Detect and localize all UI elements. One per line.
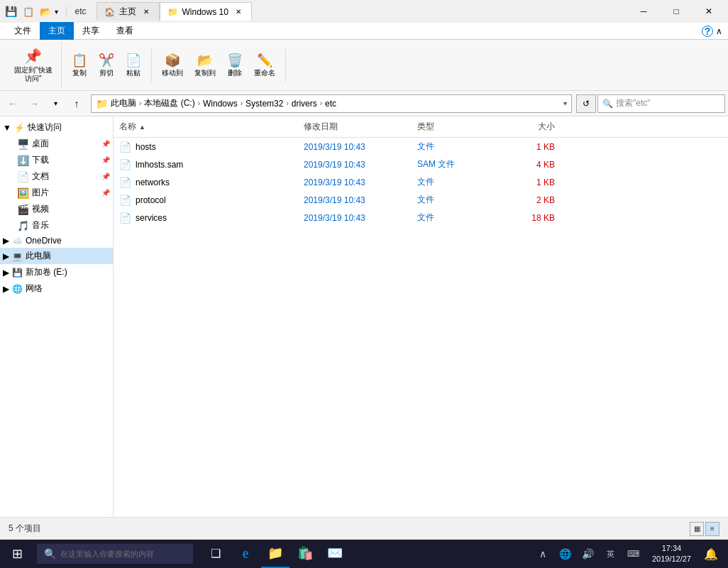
maximize-button[interactable]: □ bbox=[660, 0, 693, 23]
tab-home[interactable]: 🏠 主页 ✕ bbox=[96, 2, 160, 21]
ribbon-tab-share[interactable]: 共享 bbox=[74, 22, 108, 40]
taskbar-search-box[interactable]: 🔍 bbox=[37, 544, 193, 564]
close-button[interactable]: ✕ bbox=[693, 0, 725, 23]
crumb-windows[interactable]: Windows bbox=[203, 99, 238, 109]
file-row-services[interactable]: 📄 services 2019/3/19 10:43 文件 18 KB bbox=[114, 209, 728, 226]
paste-button[interactable]: 📄 粘贴 bbox=[121, 51, 145, 80]
sidebar-item-videos[interactable]: 🎬 视频 bbox=[0, 201, 113, 217]
address-folder-icon: 📁 bbox=[96, 98, 108, 109]
sidebar-item-desktop[interactable]: 🖥️ 桌面 📌 bbox=[0, 136, 113, 152]
status-bar: 5 个项目 ▦ ≡ bbox=[0, 517, 728, 540]
ribbon-tab-home[interactable]: 主页 bbox=[40, 22, 74, 40]
ribbon-tab-file[interactable]: 文件 bbox=[6, 22, 40, 40]
home-tab-icon: 🏠 bbox=[104, 7, 115, 17]
systray-network-icon[interactable]: 🌐 bbox=[556, 540, 575, 568]
sidebar-item-music[interactable]: 🎵 音乐 bbox=[0, 217, 113, 234]
explorer-app[interactable]: 📁 bbox=[261, 540, 289, 568]
music-label: 音乐 bbox=[32, 219, 49, 231]
sidebar-thispc-header[interactable]: ▶ 💻 此电脑 bbox=[0, 248, 113, 264]
downloads-label: 下载 bbox=[32, 154, 49, 166]
systray-clock[interactable]: 17:34 2019/12/27 bbox=[646, 543, 697, 565]
edge-app[interactable]: e bbox=[231, 540, 260, 568]
refresh-button[interactable]: ↺ bbox=[576, 94, 596, 113]
sidebar-newvolume-header[interactable]: ▶ 💾 新加卷 (E:) bbox=[0, 264, 113, 280]
store-icon: 🛍️ bbox=[297, 545, 313, 561]
crumb-etc[interactable]: etc bbox=[325, 99, 336, 109]
crumb-c[interactable]: 本地磁盘 (C:) bbox=[144, 97, 194, 109]
hosts-size: 1 KB bbox=[504, 141, 561, 153]
header-date[interactable]: 修改日期 bbox=[298, 119, 412, 134]
delete-button[interactable]: 🗑️ 删除 bbox=[223, 51, 247, 80]
systray-ime[interactable]: ⌨ bbox=[624, 540, 644, 568]
file-row-protocol[interactable]: 📄 protocol 2019/3/19 10:43 文件 2 KB bbox=[114, 191, 728, 209]
details-view-button[interactable]: ≡ bbox=[705, 522, 719, 536]
quick-access-dropdown[interactable]: ▾ bbox=[55, 8, 58, 16]
windows10-tab-close[interactable]: ✕ bbox=[233, 6, 244, 18]
rename-button[interactable]: ✏️ 重命名 bbox=[250, 51, 280, 80]
crumb-thispc[interactable]: 此电脑 bbox=[111, 97, 136, 109]
cut-button[interactable]: ✂️ 剪切 bbox=[94, 51, 118, 80]
file-row-hosts[interactable]: 📄 hosts 2019/3/19 10:43 文件 1 KB bbox=[114, 138, 728, 155]
services-type: 文件 bbox=[412, 210, 504, 225]
crumb-system32[interactable]: System32 bbox=[246, 99, 283, 109]
hosts-date: 2019/3/19 10:43 bbox=[298, 141, 412, 153]
start-button[interactable]: ⊞ bbox=[0, 540, 34, 568]
file-row-networks[interactable]: 📄 networks 2019/3/19 10:43 文件 1 KB bbox=[114, 173, 728, 191]
search-icon: 🔍 bbox=[602, 99, 613, 109]
sidebar-item-documents[interactable]: 📄 文档 📌 bbox=[0, 168, 113, 185]
taskbar-search-input[interactable] bbox=[60, 550, 174, 558]
header-type[interactable]: 类型 bbox=[412, 119, 504, 134]
hosts-type: 文件 bbox=[412, 139, 504, 154]
newvolume-label: 新加卷 (E:) bbox=[26, 266, 67, 278]
quickaccess-expand-arrow: ▼ bbox=[3, 123, 11, 133]
ribbon-help-icon[interactable]: ? bbox=[702, 26, 713, 37]
address-dropdown-icon[interactable]: ▾ bbox=[563, 99, 567, 107]
systray-lang[interactable]: 英 bbox=[601, 540, 621, 568]
large-icons-view-button[interactable]: ▦ bbox=[690, 522, 704, 536]
notification-button[interactable]: 🔔 bbox=[700, 540, 722, 568]
header-name[interactable]: 名称 ▲ bbox=[114, 119, 298, 134]
home-tab-close[interactable]: ✕ bbox=[140, 6, 152, 18]
videos-label: 视频 bbox=[32, 203, 49, 215]
windows10-tab-icon: 📁 bbox=[167, 7, 178, 17]
crumb-drivers[interactable]: drivers bbox=[292, 99, 317, 109]
store-app[interactable]: 🛍️ bbox=[291, 540, 319, 568]
ribbon-collapse-icon[interactable]: ∧ bbox=[716, 26, 722, 36]
copy-to-button[interactable]: 📂 复制到 bbox=[190, 51, 220, 80]
header-size[interactable]: 大小 bbox=[504, 119, 561, 134]
windows10-tab-label: Windows 10 bbox=[182, 7, 228, 17]
search-box[interactable]: 🔍 搜索"etc" bbox=[597, 94, 725, 113]
ribbon-tabs: 文件 主页 共享 查看 ? ∧ bbox=[0, 23, 728, 40]
file-list-header: 名称 ▲ 修改日期 类型 大小 bbox=[114, 116, 728, 138]
sidebar-network-header[interactable]: ▶ 🌐 网络 bbox=[0, 280, 113, 297]
tab-windows10[interactable]: 📁 Windows 10 ✕ bbox=[160, 2, 252, 21]
mail-app[interactable]: ✉️ bbox=[321, 540, 349, 568]
file-row-lmhosts[interactable]: 📄 lmhosts.sam 2019/3/19 10:43 SAM 文件 4 K… bbox=[114, 155, 728, 173]
sidebar-item-pictures[interactable]: 🖼️ 图片 📌 bbox=[0, 185, 113, 201]
copy-button[interactable]: 📋 复制 bbox=[67, 51, 92, 80]
services-file-icon: 📄 bbox=[119, 212, 131, 224]
pin-to-quickaccess-button[interactable]: 📌 固定到"快速访问" bbox=[11, 45, 55, 86]
address-bar[interactable]: 📁 此电脑 › 本地磁盘 (C:) › Windows › System32 ›… bbox=[91, 94, 572, 113]
back-button[interactable]: ← bbox=[3, 94, 23, 114]
new-folder-icon[interactable]: 📂 bbox=[38, 5, 53, 18]
up-button[interactable]: ↑ bbox=[67, 94, 87, 114]
desktop-pin-icon: 📌 bbox=[101, 140, 110, 148]
sidebar-onedrive-header[interactable]: ▶ ☁️ OneDrive bbox=[0, 234, 113, 248]
properties-icon[interactable]: 📋 bbox=[21, 5, 36, 18]
recent-locations-button[interactable]: ▾ bbox=[45, 94, 65, 114]
save-icon[interactable]: 💾 bbox=[3, 4, 19, 18]
networks-size: 1 KB bbox=[504, 176, 561, 189]
sidebar-item-downloads[interactable]: ⬇️ 下载 📌 bbox=[0, 152, 113, 168]
ribbon-tab-view[interactable]: 查看 bbox=[108, 22, 142, 40]
minimize-button[interactable]: ─ bbox=[627, 0, 660, 23]
downloads-pin-icon: 📌 bbox=[101, 156, 110, 164]
systray-volume-icon[interactable]: 🔊 bbox=[578, 540, 598, 568]
move-to-button[interactable]: 📦 移动到 bbox=[158, 51, 187, 80]
sidebar-quickaccess-header[interactable]: ▼ ⚡ 快速访问 bbox=[0, 119, 113, 136]
systray-time-value: 17:34 bbox=[662, 543, 682, 554]
taskview-button[interactable]: ❑ bbox=[202, 540, 230, 568]
systray-chevron[interactable]: ∧ bbox=[533, 540, 553, 568]
forward-button[interactable]: → bbox=[24, 94, 44, 114]
explorer-icon: 📁 bbox=[268, 545, 283, 561]
